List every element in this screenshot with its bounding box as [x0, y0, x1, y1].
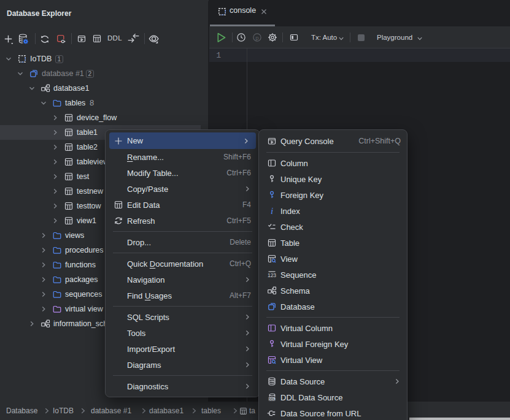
svg-text:p: p — [255, 34, 258, 41]
svg-text:123: 123 — [268, 272, 276, 278]
svg-text:DDL: DDL — [268, 397, 276, 401]
svg-text:i: i — [271, 206, 273, 216]
